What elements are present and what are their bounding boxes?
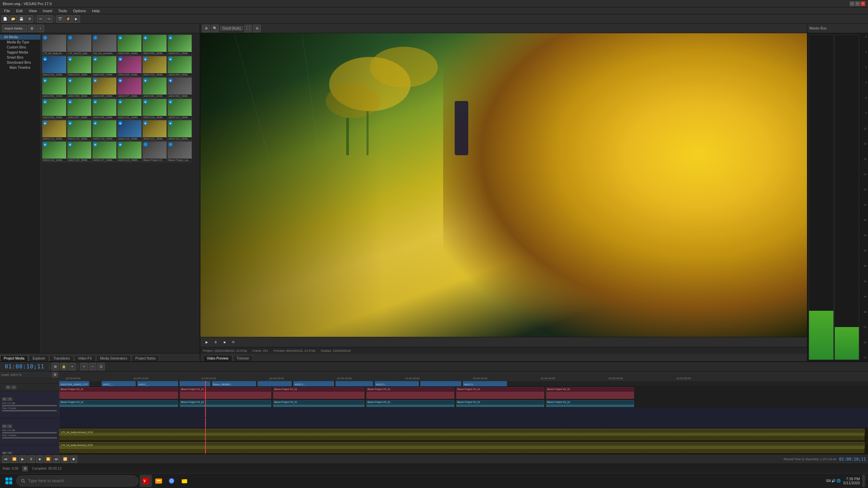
transport-play[interactable]: ▶ xyxy=(19,455,26,463)
sort-button[interactable]: ↕ xyxy=(37,25,44,32)
media-thumb-2[interactable]: ♪ 320_full_something-is-fixing_0165.wav xyxy=(92,35,117,55)
video-clip-2[interactable]: A001C_... xyxy=(102,381,136,387)
menu-item-options[interactable]: Options xyxy=(71,8,89,14)
media-thumb-10[interactable]: ▶ A001C032_190805_L737.MOV xyxy=(142,56,167,77)
preview-play-button[interactable]: ▶ xyxy=(204,339,210,345)
track-solo-video[interactable]: S xyxy=(12,386,16,389)
media-thumb-29[interactable]: ▶ A001C123_190806_L737.MOV xyxy=(167,120,192,141)
taskbar-search-box[interactable] xyxy=(16,475,138,486)
media-thumb-9[interactable]: ▶ A001C029_190805_L737.MOV xyxy=(117,56,142,77)
video-clip-9[interactable]: A001C1... xyxy=(375,381,419,387)
maximize-button[interactable]: □ xyxy=(855,1,860,6)
render-button[interactable]: ⚡ xyxy=(64,15,72,23)
media-thumb-8[interactable]: ▶ A001C025_190805_L737.MOV xyxy=(92,56,117,77)
tree-item-all-media[interactable]: All Media xyxy=(0,35,40,40)
tab-video-preview[interactable]: Video Preview xyxy=(203,355,232,361)
pan-fader-audio2[interactable] xyxy=(2,437,57,439)
tree-item-main-timeline[interactable]: Main Timeline xyxy=(0,65,40,70)
tab-transitions[interactable]: Transitions xyxy=(50,355,74,361)
start-button[interactable] xyxy=(3,475,15,487)
media-thumb-25[interactable]: ▶ A001C115_190806_L737.MOV xyxy=(67,120,92,141)
transport-loop[interactable]: 🔁 xyxy=(61,455,69,463)
track-mute-audio2[interactable]: M xyxy=(2,425,7,428)
video-clip-1[interactable]: A001C004_190805_L737 xyxy=(59,381,89,387)
redo-button[interactable]: ↪ xyxy=(45,15,53,23)
video-clip-6[interactable] xyxy=(258,381,292,387)
media-thumb-23[interactable]: ▶ A001C112_190806_L737.MOV xyxy=(167,99,192,119)
transport-stop[interactable]: ■ xyxy=(36,455,43,463)
media-thumb-35[interactable]: ♪ Bloom Project_Last Line_31.wav xyxy=(167,141,192,162)
track-solo-audio3[interactable]: S xyxy=(7,452,12,454)
media-thumb-19[interactable]: ▶ A001C097_190806_L737.MOV xyxy=(67,99,92,119)
view-type-button[interactable]: ⊞ xyxy=(28,25,36,32)
vo-clip-2-bottom[interactable]: Bloom Project VO_01 xyxy=(180,400,271,407)
vo-clip-4-top[interactable]: Bloom Project VO_01 xyxy=(366,387,454,399)
video-clip-11[interactable]: A001C1... xyxy=(463,381,507,387)
save-button[interactable]: 💾 xyxy=(18,15,25,23)
media-thumb-18[interactable]: ▶ A001C094_190806_L737.MOV xyxy=(42,99,66,119)
media-thumb-26[interactable]: ▶ A001C118_190806_L737.MOV xyxy=(92,120,117,141)
minimize-button[interactable]: ─ xyxy=(850,1,854,6)
quality-dropdown[interactable]: Good (Auto) xyxy=(220,26,243,30)
video-clip-5[interactable]: Bloom_3803801... xyxy=(212,381,256,387)
media-thumb-16[interactable]: ▶ A001C081_190806_L737.MOV xyxy=(142,77,167,98)
media-thumb-11[interactable]: ▶ A001C045_190805_L737.MOV xyxy=(167,56,192,77)
vo-clip-6-bottom[interactable]: Bloom Project VO_01 xyxy=(546,400,634,407)
undo-button[interactable]: ↩ xyxy=(37,15,44,23)
media-thumb-15[interactable]: ▶ A001C077_190806_L737.MOV xyxy=(117,77,142,98)
video-clip-3[interactable]: A001C_... xyxy=(137,381,178,387)
vol-fader-audio1[interactable] xyxy=(2,405,57,406)
media-thumb-1[interactable]: ♪ 175_short12_badly-behaved_0032.wav xyxy=(67,35,92,55)
tab-project-notes[interactable]: Project Notes xyxy=(132,355,159,361)
open-button[interactable]: 📂 xyxy=(9,15,17,23)
vo-clip-4-bottom[interactable]: Bloom Project VO_01 xyxy=(366,400,454,407)
preview-stop-button[interactable]: ■ xyxy=(221,339,228,345)
tab-explorer[interactable]: Explorer xyxy=(29,355,49,361)
media-thumb-24[interactable]: ▶ A001C113_190806_L737.MOV xyxy=(42,120,66,141)
tree-item-custom-bins[interactable]: Custom Bins xyxy=(0,45,40,50)
status-settings[interactable]: ⚙ xyxy=(22,466,28,471)
tab-video-fx[interactable]: Video FX xyxy=(74,355,96,361)
tl-add-track-button[interactable]: + xyxy=(68,363,76,370)
tl-zoom-out-button[interactable]: ─ xyxy=(89,363,96,370)
transport-go-end[interactable]: ⏭ xyxy=(53,455,60,463)
tree-item-storyboard-bins[interactable]: Storyboard Bins xyxy=(0,60,40,65)
video-clip-7[interactable]: A001C1... xyxy=(293,381,334,387)
menu-item-help[interactable]: Help xyxy=(89,8,102,14)
vo-clip-5-top[interactable]: Bloom Project VO_01 xyxy=(456,387,544,399)
taskbar-app-explorer[interactable] xyxy=(153,475,165,487)
tab-project-media[interactable]: Project Media xyxy=(0,355,28,361)
taskbar-app-vegas[interactable]: V xyxy=(140,475,152,487)
taskbar-search-input[interactable] xyxy=(28,479,134,483)
taskbar-app-chrome[interactable] xyxy=(165,475,178,487)
media-thumb-27[interactable]: ▶ A001C119_190806_L737.MOV xyxy=(117,120,142,141)
tree-item-smart-bins[interactable]: Smart Bins xyxy=(0,55,40,60)
track-mute-audio1[interactable]: M xyxy=(2,398,7,401)
preview-full-btn[interactable]: ⛶ xyxy=(244,25,252,32)
media-thumb-32[interactable]: ▶ A001C127_190806_L737.MOV xyxy=(92,141,117,162)
menu-item-edit[interactable]: Edit xyxy=(14,8,25,14)
track-mute-audio3[interactable]: M xyxy=(2,452,7,454)
import-media-button[interactable]: 🎬 xyxy=(56,15,64,23)
media-thumb-4[interactable]: ▶ A001C006_190805_L737.MOV xyxy=(142,35,167,55)
tab-trimmer[interactable]: Trimmer xyxy=(233,355,253,361)
taskbar-app-files[interactable] xyxy=(178,475,191,487)
media-thumb-12[interactable]: ▶ A001C054_190806_L737.MOV xyxy=(42,77,66,98)
tl-lock-button[interactable]: 🔒 xyxy=(60,363,67,370)
menu-item-view[interactable]: View xyxy=(26,8,40,14)
media-thumb-3[interactable]: ▶ A001C004_190805_L737.MOV xyxy=(117,35,142,55)
media-thumb-5[interactable]: ▶ A001C012_190805_L737.MOV xyxy=(167,35,192,55)
media-thumb-20[interactable]: ▶ A001C098_190806_L737.MOV xyxy=(92,99,117,119)
media-thumb-34[interactable]: ♪ Bloom Project VO_01.wav xyxy=(142,141,167,162)
new-button[interactable]: 📄 xyxy=(1,15,9,23)
menu-item-insert[interactable]: Insert xyxy=(40,8,55,14)
preview-zoom-button[interactable]: 🔍 xyxy=(211,25,219,32)
track-mute-video[interactable]: M xyxy=(6,386,11,389)
vo-clip-5-bottom[interactable]: Bloom Project VO_01 xyxy=(456,400,544,407)
track-solo-audio1[interactable]: S xyxy=(7,398,12,401)
vo-clip-1-bottom[interactable]: Bloom Project VO_01 xyxy=(59,400,178,407)
media-thumb-0[interactable]: ♪ 175_full_badly-behaved_0150.wav xyxy=(42,35,66,55)
media-thumb-33[interactable]: ▶ A001C129_190806_L737.MOV xyxy=(117,141,142,162)
vo-clip-6-top[interactable]: Bloom Project VO_01 xyxy=(546,387,634,399)
track-solo-audio2[interactable]: S xyxy=(7,425,12,428)
